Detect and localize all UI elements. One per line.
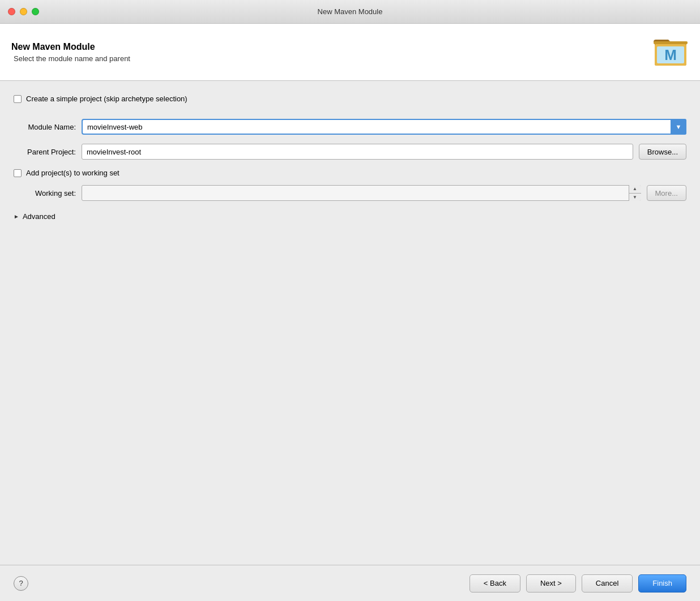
header-text: New Maven Module Select the module name … [11,42,130,63]
module-name-wrap: ▼ [82,119,686,135]
working-set-label: Working set: [14,189,82,198]
close-button[interactable] [8,8,15,15]
finish-button[interactable]: Finish [638,574,686,593]
dialog-header: New Maven Module Select the module name … [0,24,700,81]
footer-right: < Back Next > Cancel Finish [469,574,686,593]
parent-project-label: Parent Project: [14,148,82,156]
working-set-input[interactable] [82,185,641,201]
module-name-row: Module Name: ▼ [14,119,686,135]
parent-project-input[interactable] [82,144,633,160]
dialog-subtitle: Select the module name and parent [14,54,130,63]
title-bar: New Maven Module [0,0,700,24]
working-set-section: Add project(s) to working set Working se… [14,169,686,201]
maven-icon: M [652,34,689,70]
browse-button[interactable]: Browse... [639,144,686,160]
simple-project-label: Create a simple project (skip archetype … [26,95,187,103]
spinner-arrows[interactable]: ▲ ▼ [629,185,641,201]
advanced-section[interactable]: ► Advanced [14,212,686,221]
working-set-input-wrap: ▲ ▼ [82,185,641,201]
advanced-label: Advanced [23,212,56,221]
simple-project-checkbox[interactable] [14,95,22,103]
help-button[interactable]: ? [14,576,28,591]
spinner-up-icon[interactable]: ▲ [629,185,641,194]
parent-project-row: Parent Project: Browse... [14,144,686,160]
back-button[interactable]: < Back [469,574,520,593]
module-name-input[interactable] [82,119,686,135]
simple-project-row: Create a simple project (skip archetype … [14,95,686,103]
module-name-label: Module Name: [14,123,82,131]
more-button[interactable]: More... [647,185,686,201]
dialog-body: Create a simple project (skip archetype … [0,81,700,565]
working-set-row: Working set: ▲ ▼ More... [14,185,686,201]
maximize-button[interactable] [32,8,39,15]
dialog-title: New Maven Module [11,42,130,52]
footer-left: ? [14,576,28,591]
window-title: New Maven Module [318,7,383,16]
add-working-set-row: Add project(s) to working set [14,169,686,177]
svg-rect-2 [654,41,688,44]
add-working-set-checkbox[interactable] [14,169,22,177]
minimize-button[interactable] [20,8,27,15]
dialog-footer: ? < Back Next > Cancel Finish [0,565,700,601]
add-working-set-label: Add project(s) to working set [26,169,119,177]
next-button[interactable]: Next > [526,574,576,593]
spinner-down-icon[interactable]: ▼ [629,194,641,201]
advanced-expand-icon: ► [14,213,19,220]
dropdown-arrow-icon[interactable]: ▼ [671,119,686,135]
window-controls [8,8,39,15]
cancel-button[interactable]: Cancel [582,574,633,593]
svg-text:M: M [664,46,677,63]
